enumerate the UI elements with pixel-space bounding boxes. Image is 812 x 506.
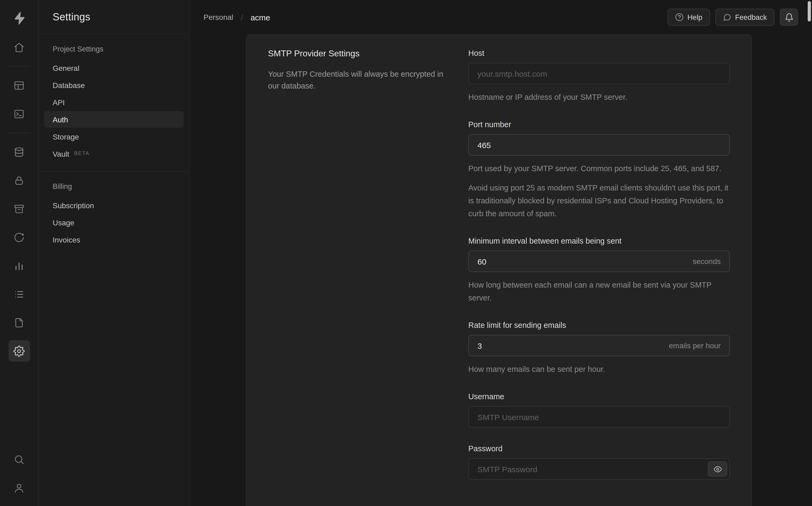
interval-label: Minimum interval between emails being se… bbox=[468, 237, 730, 245]
sidebar-item-subscription[interactable]: Subscription bbox=[44, 197, 184, 214]
reports-icon bbox=[13, 260, 25, 271]
feedback-button[interactable]: Feedback bbox=[715, 9, 774, 26]
breadcrumb-separator: / bbox=[241, 13, 243, 22]
section-heading-project-settings: Project Settings bbox=[39, 45, 189, 53]
settings-sidebar: Settings Project Settings General Databa… bbox=[39, 0, 190, 506]
password-input[interactable] bbox=[468, 458, 730, 480]
edge-functions-icon bbox=[13, 232, 25, 243]
password-input-wrap bbox=[468, 458, 730, 480]
supabase-lightning-logo bbox=[12, 11, 26, 25]
sidebar-item-api[interactable]: API bbox=[44, 94, 184, 110]
section-title: SMTP Provider Settings bbox=[268, 49, 446, 59]
billing-section: Billing Subscription Usage Invoices bbox=[39, 172, 189, 256]
nav-logs-button[interactable] bbox=[8, 283, 30, 305]
port-field-group: Port number Port used by your SMTP serve… bbox=[468, 120, 730, 220]
host-input[interactable] bbox=[468, 63, 730, 84]
section-description: Your SMTP Credentials will always be enc… bbox=[268, 68, 446, 92]
help-button[interactable]: Help bbox=[668, 9, 710, 26]
table-editor-icon bbox=[13, 80, 25, 91]
rate-limit-field-group: Rate limit for sending emails emails per… bbox=[468, 321, 730, 375]
username-field-group: Username bbox=[468, 392, 730, 428]
rate-limit-help-text: How many emails can be sent per hour. bbox=[468, 363, 730, 375]
user-icon bbox=[13, 482, 25, 493]
sidebar-item-invoices[interactable]: Invoices bbox=[44, 231, 184, 248]
nav-table-editor-button[interactable] bbox=[8, 75, 30, 96]
nav-reports-button[interactable] bbox=[8, 255, 30, 276]
main-column: Personal / acme Help Feedback bbox=[190, 0, 812, 506]
sidebar-item-label: Auth bbox=[53, 115, 68, 124]
rate-limit-label: Rate limit for sending emails bbox=[468, 321, 730, 329]
nav-storage-button[interactable] bbox=[8, 198, 30, 220]
auth-icon bbox=[13, 175, 25, 186]
nav-settings-button[interactable] bbox=[8, 340, 30, 362]
settings-sidebar-header: Settings bbox=[39, 0, 189, 34]
nav-database-button[interactable] bbox=[8, 141, 30, 163]
sidebar-item-label: General bbox=[53, 64, 79, 72]
smtp-settings-form: Host Hostname or IP address of your SMTP… bbox=[468, 49, 730, 496]
user-menu-button[interactable] bbox=[8, 477, 30, 499]
topbar-actions: Help Feedback bbox=[668, 9, 798, 26]
notifications-button[interactable] bbox=[780, 9, 798, 26]
docs-icon bbox=[13, 317, 25, 328]
nav-home-button[interactable] bbox=[8, 36, 30, 58]
eye-icon bbox=[714, 465, 722, 473]
search-button[interactable] bbox=[8, 448, 30, 470]
interval-input[interactable] bbox=[469, 251, 693, 271]
beta-badge: BETA bbox=[74, 150, 89, 156]
sidebar-item-auth[interactable]: Auth bbox=[44, 111, 184, 128]
breadcrumb: Personal / acme bbox=[204, 13, 270, 22]
feedback-button-label: Feedback bbox=[735, 13, 767, 21]
nav-docs-button[interactable] bbox=[8, 312, 30, 333]
scrollbar-thumb[interactable] bbox=[808, 1, 811, 21]
host-label: Host bbox=[468, 49, 730, 58]
breadcrumb-project[interactable]: acme bbox=[250, 13, 270, 22]
sidebar-item-label: Invoices bbox=[53, 235, 80, 244]
home-icon bbox=[13, 41, 25, 53]
smtp-settings-panel: SMTP Provider Settings Your SMTP Credent… bbox=[246, 34, 752, 506]
sidebar-item-database[interactable]: Database bbox=[44, 77, 184, 93]
username-label: Username bbox=[468, 392, 730, 401]
feedback-icon bbox=[723, 13, 731, 21]
sidebar-item-label: API bbox=[53, 98, 65, 106]
bell-icon bbox=[784, 13, 794, 22]
rate-limit-input-wrap: emails per hour bbox=[468, 335, 730, 356]
help-button-label: Help bbox=[687, 13, 703, 21]
topbar: Personal / acme Help Feedback bbox=[190, 0, 812, 34]
section-heading-billing: Billing bbox=[39, 182, 189, 190]
sidebar-item-label: Subscription bbox=[53, 201, 94, 209]
port-input[interactable] bbox=[468, 134, 730, 156]
nav-edge-functions-button[interactable] bbox=[8, 227, 30, 248]
sidebar-item-label: Storage bbox=[53, 132, 79, 141]
password-field-group: Password bbox=[468, 444, 730, 480]
sidebar-item-label: Usage bbox=[53, 218, 74, 227]
supabase-lightning-logo[interactable] bbox=[8, 7, 30, 29]
settings-icon bbox=[13, 345, 25, 356]
rate-limit-input[interactable] bbox=[469, 335, 669, 356]
help-icon bbox=[675, 13, 684, 21]
sidebar-item-usage[interactable]: Usage bbox=[44, 214, 184, 231]
logs-icon bbox=[13, 288, 25, 300]
interval-field-group: Minimum interval between emails being se… bbox=[468, 237, 730, 304]
sidebar-item-storage[interactable]: Storage bbox=[44, 128, 184, 145]
username-input[interactable] bbox=[468, 406, 730, 428]
sql-editor-icon bbox=[13, 108, 25, 119]
port-label: Port number bbox=[468, 120, 730, 129]
toggle-password-visibility-button[interactable] bbox=[708, 461, 727, 477]
app-root: Settings Project Settings General Databa… bbox=[0, 0, 812, 506]
database-icon bbox=[13, 146, 25, 158]
icon-sidebar bbox=[0, 0, 39, 506]
content-area: SMTP Provider Settings Your SMTP Credent… bbox=[190, 34, 812, 506]
sidebar-item-vault[interactable]: Vault BETA bbox=[44, 146, 184, 162]
page-title: Settings bbox=[53, 11, 90, 23]
breadcrumb-org[interactable]: Personal bbox=[204, 13, 233, 21]
sidebar-item-general[interactable]: General bbox=[44, 60, 184, 76]
icon-sidebar-bottom bbox=[8, 448, 30, 501]
nav-sql-editor-button[interactable] bbox=[8, 103, 30, 124]
storage-icon bbox=[13, 203, 25, 215]
project-settings-section: Project Settings General Database API Au… bbox=[39, 34, 189, 170]
interval-suffix: seconds bbox=[693, 257, 729, 266]
sidebar-item-label: Vault bbox=[53, 150, 69, 158]
port-note-text: Avoid using port 25 as modern SMTP email… bbox=[468, 181, 730, 220]
search-icon bbox=[13, 454, 25, 465]
nav-auth-button[interactable] bbox=[8, 170, 30, 191]
